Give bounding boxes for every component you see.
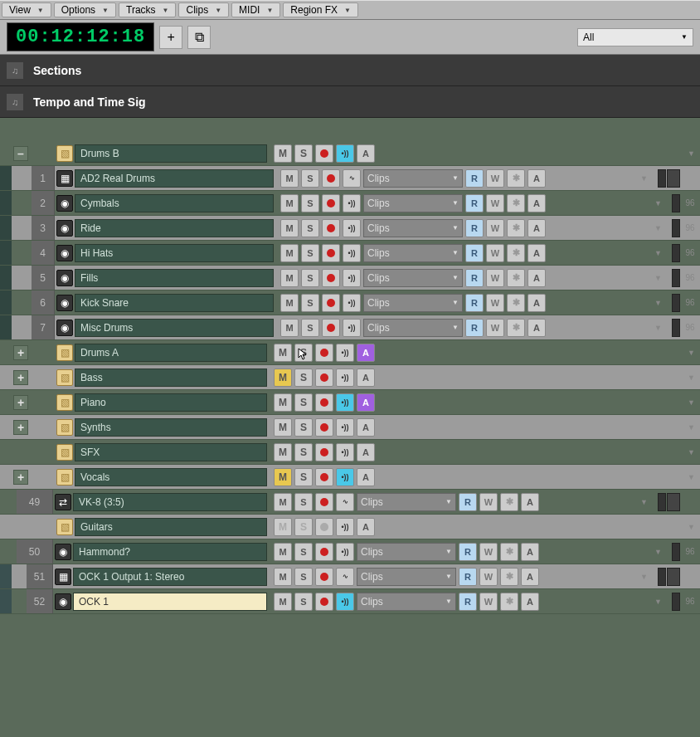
- track-row[interactable]: +▧Bass M S •)) A ▼: [0, 365, 700, 390]
- automation-button[interactable]: A: [357, 443, 375, 461]
- automation-write-button[interactable]: W: [486, 269, 504, 287]
- expand-button[interactable]: –: [13, 146, 28, 161]
- chevron-down-icon[interactable]: ▼: [654, 598, 667, 606]
- add-track-button[interactable]: +: [159, 26, 182, 49]
- record-arm-button[interactable]: [315, 493, 333, 511]
- record-arm-button[interactable]: [315, 344, 333, 362]
- freeze-button[interactable]: ✱: [507, 294, 525, 312]
- solo-button[interactable]: S: [294, 568, 313, 586]
- menu-midi[interactable]: MIDI▼: [231, 2, 280, 17]
- edit-filter-select[interactable]: Clips▼: [363, 294, 463, 312]
- solo-button[interactable]: S: [294, 368, 313, 387]
- input-echo-button[interactable]: •)): [336, 543, 354, 561]
- automation-button[interactable]: A: [357, 144, 375, 163]
- chevron-down-icon[interactable]: ▼: [688, 149, 700, 158]
- track-name-input[interactable]: OCK 1: [73, 593, 267, 611]
- archive-button[interactable]: A: [521, 593, 539, 611]
- input-echo-button[interactable]: •)): [336, 593, 354, 611]
- track-name-input[interactable]: Hi Hats: [75, 244, 274, 262]
- solo-button[interactable]: S: [294, 393, 313, 412]
- solo-button[interactable]: S: [301, 219, 319, 237]
- archive-button[interactable]: A: [521, 568, 539, 586]
- automation-write-button[interactable]: W: [486, 294, 504, 312]
- solo-button[interactable]: S: [294, 543, 313, 561]
- chevron-down-icon[interactable]: ▼: [688, 398, 700, 407]
- solo-button[interactable]: S: [294, 344, 313, 362]
- mute-button[interactable]: M: [274, 344, 292, 362]
- automation-write-button[interactable]: W: [486, 244, 504, 262]
- chevron-down-icon[interactable]: ▼: [640, 573, 653, 581]
- track-row[interactable]: +▧Piano M S •)) A ▼: [0, 390, 700, 415]
- mute-button[interactable]: M: [274, 443, 292, 461]
- chevron-down-icon[interactable]: ▼: [654, 548, 667, 556]
- waveform-button[interactable]: ∿: [343, 169, 361, 188]
- record-arm-button[interactable]: [315, 593, 333, 611]
- automation-write-button[interactable]: W: [479, 493, 498, 511]
- automation-write-button[interactable]: W: [479, 543, 498, 561]
- track-row[interactable]: 2◉Cymbals M S •)) Clips▼ R W ✱ A ▼96: [0, 191, 700, 216]
- input-echo-button[interactable]: •)): [343, 294, 361, 312]
- track-name-input[interactable]: Kick Snare: [75, 294, 274, 312]
- mute-button[interactable]: M: [280, 169, 299, 188]
- track-row[interactable]: 49⇄VK-8 (3:5) M S ∿ Clips▼ R W ✱ A ▼: [0, 490, 700, 515]
- record-arm-button[interactable]: [315, 468, 333, 486]
- record-arm-button[interactable]: [315, 418, 333, 437]
- mute-button[interactable]: M: [274, 593, 292, 611]
- sections-header[interactable]: ♫ Sections: [0, 55, 700, 86]
- record-arm-button[interactable]: [322, 219, 340, 237]
- mute-button[interactable]: M: [280, 219, 299, 237]
- edit-filter-select[interactable]: Clips▼: [363, 169, 463, 188]
- chevron-down-icon[interactable]: ▼: [640, 174, 653, 183]
- archive-button[interactable]: A: [521, 493, 539, 511]
- track-name-input[interactable]: Drums A: [75, 344, 267, 362]
- input-echo-button[interactable]: •)): [336, 368, 354, 387]
- archive-button[interactable]: A: [521, 543, 539, 561]
- archive-button[interactable]: A: [527, 219, 546, 237]
- menu-options[interactable]: Options▼: [54, 2, 116, 17]
- edit-filter-select[interactable]: Clips▼: [363, 319, 463, 337]
- automation-read-button[interactable]: R: [459, 568, 477, 586]
- expand-button[interactable]: +: [13, 345, 28, 360]
- freeze-button[interactable]: ✱: [500, 493, 518, 511]
- chevron-down-icon[interactable]: ▼: [654, 249, 667, 257]
- mute-button[interactable]: M: [280, 244, 299, 262]
- track-row[interactable]: 3◉Ride M S •)) Clips▼ R W ✱ A ▼96: [0, 216, 700, 241]
- freeze-button[interactable]: ✱: [507, 244, 525, 262]
- automation-write-button[interactable]: W: [479, 568, 498, 586]
- mute-button[interactable]: M: [280, 194, 299, 212]
- track-name-input[interactable]: Vocals: [75, 468, 267, 486]
- expand-button[interactable]: +: [13, 370, 28, 385]
- track-row[interactable]: 1▦AD2 Real Drums M S ∿ Clips▼ R W ✱ A ▼: [0, 166, 700, 191]
- solo-button[interactable]: S: [294, 518, 313, 536]
- mute-button[interactable]: M: [274, 518, 292, 536]
- record-arm-button[interactable]: [315, 568, 333, 586]
- automation-write-button[interactable]: W: [486, 219, 504, 237]
- track-row[interactable]: 51▦OCK 1 Output 1: Stereo M S ∿ Clips▼ R…: [0, 564, 700, 589]
- archive-button[interactable]: A: [527, 269, 546, 287]
- automation-write-button[interactable]: W: [486, 319, 504, 337]
- input-echo-button[interactable]: •)): [343, 219, 361, 237]
- track-row[interactable]: ▧Guitars M S •)) A ▼: [0, 515, 700, 539]
- track-name-input[interactable]: Ride: [75, 219, 274, 237]
- mute-button[interactable]: M: [280, 319, 299, 337]
- chevron-down-icon[interactable]: ▼: [640, 498, 653, 506]
- tempo-header[interactable]: ♫ Tempo and Time Sig: [0, 86, 700, 118]
- record-arm-button[interactable]: [315, 443, 333, 461]
- chevron-down-icon[interactable]: ▼: [654, 299, 667, 307]
- menu-clips[interactable]: Clips▼: [178, 2, 229, 17]
- solo-button[interactable]: S: [301, 194, 319, 212]
- freeze-button[interactable]: ✱: [500, 568, 518, 586]
- mute-button[interactable]: M: [280, 294, 299, 312]
- waveform-button[interactable]: ∿: [336, 493, 354, 511]
- input-echo-button[interactable]: •)): [336, 518, 354, 536]
- chevron-down-icon[interactable]: ▼: [688, 349, 700, 357]
- automation-write-button[interactable]: W: [486, 169, 504, 188]
- track-row[interactable]: 5◉Fills M S •)) Clips▼ R W ✱ A ▼96: [0, 266, 700, 290]
- mute-button[interactable]: M: [274, 144, 292, 163]
- mute-button[interactable]: M: [274, 393, 292, 412]
- automation-button[interactable]: A: [357, 418, 375, 437]
- input-echo-button[interactable]: •)): [336, 418, 354, 437]
- automation-read-button[interactable]: R: [465, 194, 484, 212]
- chevron-down-icon[interactable]: ▼: [688, 473, 700, 481]
- solo-button[interactable]: S: [294, 144, 313, 163]
